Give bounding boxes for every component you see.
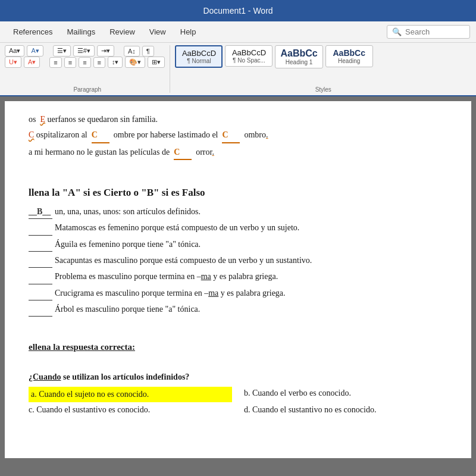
- menu-view[interactable]: View: [142, 24, 173, 40]
- ribbon-row-1: Aa▾ A▾ ☰▾ ☰#▾ ⇥▾ A↕ ¶: [5, 45, 165, 57]
- blank-6: [29, 303, 52, 317]
- list-btn[interactable]: ☰▾: [53, 45, 71, 57]
- justify-btn[interactable]: ≡: [93, 57, 105, 68]
- style-normal-name: ¶ Normal: [181, 58, 217, 64]
- answer-line-4: Problema es masculino porque termina en …: [29, 270, 447, 284]
- answer-text-0: un, una, unas, unos: son artículos defin…: [55, 205, 201, 218]
- mc-option-b: b. Cuando el verbo es conocido.: [244, 387, 447, 402]
- styles-label: Styles: [175, 86, 471, 93]
- ribbon-styles-group: AaBbCcD ¶ Normal AaBbCcD ¶ No Spac... Aa…: [175, 45, 471, 93]
- blank-1: [29, 221, 52, 235]
- answer-text-4: Problema es masculino porque termina en …: [55, 270, 278, 283]
- answer-line-2: Águila es femenino porque tiene "a" tóni…: [29, 238, 447, 252]
- doc-line-1: os E uerfanos se quedaron sin familia.: [29, 113, 447, 126]
- styles-row: AaBbCcD ¶ Normal AaBbCcD ¶ No Spac... Aa…: [175, 45, 466, 83]
- question-underline: ¿Cuando: [29, 372, 61, 381]
- borders-btn[interactable]: ⊞▾: [148, 57, 165, 68]
- answer-text-2: Águila es femenino porque tiene "a" tóni…: [55, 238, 201, 251]
- style-heading1[interactable]: AaBbCc Heading 1: [275, 45, 322, 68]
- blank-c2: C: [92, 129, 109, 143]
- section1-heading: llena la "A" si es Cierto o "B" si es Fa…: [29, 184, 447, 201]
- align-right-btn[interactable]: ≡: [79, 57, 90, 68]
- menu-bar: References Mailings Review View Help 🔍: [0, 21, 476, 43]
- document-wrapper: os E uerfanos se quedaron sin familia. C…: [0, 96, 476, 476]
- mc-option-a: a. Cuando el sujeto no es conocido.: [29, 387, 232, 402]
- font-style-btn[interactable]: A▾: [27, 45, 43, 57]
- section2-heading: ellena la respuesta correcta:: [29, 340, 447, 354]
- style-heading2[interactable]: AaBbCc Heading: [325, 45, 373, 67]
- blank-c3: C: [222, 129, 240, 143]
- answer-line-0: __B__ un, una, unas, unos: son artículos…: [29, 205, 447, 219]
- mc-question: ¿Cuando se utilizan los artículos indefi…: [29, 371, 447, 384]
- mc-options: a. Cuando el sujeto no es conocido. b. C…: [29, 387, 447, 417]
- style-normal[interactable]: AaBbCcD ¶ Normal: [175, 45, 223, 68]
- style-heading1-name: Heading 1: [280, 59, 317, 65]
- paragraph-label: Paragraph: [5, 86, 170, 93]
- blank-5: [29, 287, 52, 300]
- ribbon: Aa▾ A▾ ☰▾ ☰#▾ ⇥▾ A↕ ¶ U▾ A▾ ≡ ≡ ≡ ≡ ↕▾ 🎨…: [0, 43, 476, 96]
- style-nospace-sample: AaBbCcD: [230, 48, 267, 57]
- blank-c4: C: [174, 146, 192, 160]
- search-input[interactable]: [405, 27, 465, 36]
- underline-color-btn[interactable]: U▾: [5, 57, 21, 68]
- answer-line-5: Crucigrama es masculino porque termina e…: [29, 287, 447, 300]
- ribbon-row-2: U▾ A▾ ≡ ≡ ≡ ≡ ↕▾ 🎨▾ ⊞▾: [5, 57, 165, 68]
- answer-text-3: Sacapuntas es masculino porque está comp…: [55, 254, 312, 267]
- font-size-btn[interactable]: Aa▾: [5, 45, 24, 57]
- style-heading2-name: Heading: [331, 58, 368, 64]
- answer-line-1: Matamoscas es femenino porque está compu…: [29, 221, 447, 235]
- ribbon-font-group: Aa▾ A▾ ☰▾ ☰#▾ ⇥▾ A↕ ¶ U▾ A▾ ≡ ≡ ≡ ≡ ↕▾ 🎨…: [5, 45, 170, 93]
- doc-line-3: a mi hermano no le gustan las películas …: [29, 146, 447, 160]
- document-page[interactable]: os E uerfanos se quedaron sin familia. C…: [5, 101, 471, 458]
- title-bar: Document1 - Word: [0, 0, 476, 21]
- align-left-btn[interactable]: ≡: [49, 57, 61, 68]
- style-nospace-name: ¶ No Spac...: [230, 57, 267, 64]
- mc-option-c: c. Cuando el sustantivo es conocido.: [29, 403, 232, 416]
- blank-e: E: [40, 115, 45, 124]
- search-icon: 🔍: [392, 27, 402, 36]
- numbered-list-btn[interactable]: ☰#▾: [73, 45, 95, 57]
- mc-option-d: d. Cuando el sustantivo no es conocido.: [244, 403, 447, 416]
- menu-help[interactable]: Help: [173, 24, 203, 40]
- blank-c1: C: [29, 130, 34, 139]
- answer-text-5: Crucigrama es masculino porque termina e…: [55, 287, 286, 300]
- search-box: 🔍: [387, 25, 470, 39]
- doc-line-2: C ospitalizaron al C ombre por haberse l…: [29, 129, 447, 143]
- title-text: Document1 - Word: [203, 6, 273, 15]
- shading-btn[interactable]: 🎨▾: [125, 57, 145, 68]
- blank-2: [29, 238, 52, 252]
- style-nospace[interactable]: AaBbCcD ¶ No Spac...: [225, 45, 273, 67]
- sort-btn[interactable]: A↕: [124, 46, 140, 57]
- answer-line-3: Sacapuntas es masculino porque está comp…: [29, 254, 447, 268]
- blank-3: [29, 254, 52, 268]
- menu-review[interactable]: Review: [102, 24, 142, 40]
- menu-mailings[interactable]: Mailings: [60, 24, 102, 40]
- align-center-btn[interactable]: ≡: [64, 57, 76, 68]
- answer-text-6: Árbol es masculino porque tiene "a" tóni…: [55, 303, 200, 316]
- answer-line-6: Árbol es masculino porque tiene "a" tóni…: [29, 303, 447, 317]
- pilcrow-btn[interactable]: ¶: [142, 46, 154, 57]
- font-color-btn[interactable]: A▾: [24, 57, 40, 68]
- blank-4: [29, 270, 52, 284]
- indent-btn[interactable]: ⇥▾: [97, 45, 114, 57]
- answer-text-1: Matamoscas es femenino porque está compu…: [55, 221, 299, 234]
- style-heading2-sample: AaBbCc: [331, 48, 368, 58]
- menu-references[interactable]: References: [6, 24, 60, 40]
- line-spacing-btn[interactable]: ↕▾: [108, 57, 123, 68]
- style-heading1-sample: AaBbCc: [280, 48, 317, 59]
- answer-b: __B__: [29, 205, 52, 219]
- style-normal-sample: AaBbCcD: [181, 49, 217, 58]
